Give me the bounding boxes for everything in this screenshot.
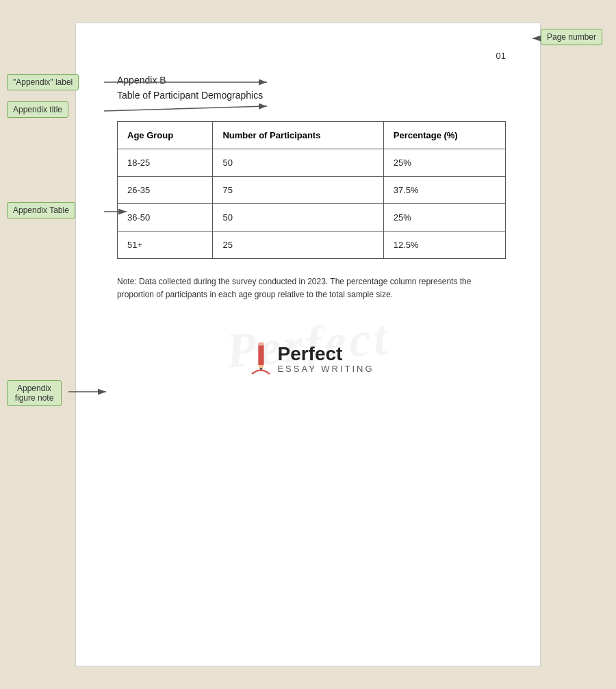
table-row: 26-357537.5% bbox=[118, 177, 506, 204]
table-row: 18-255025% bbox=[118, 149, 506, 177]
logo-icon bbox=[248, 342, 273, 375]
table-cell: 12.5% bbox=[383, 231, 505, 259]
table-cell: 18-25 bbox=[118, 149, 213, 177]
table-row: 36-505025% bbox=[118, 204, 506, 231]
col-age-group: Age Group bbox=[118, 122, 213, 149]
table-cell: 51+ bbox=[118, 231, 213, 259]
page-content: 01 Appendix B Table of Participant Demog… bbox=[117, 51, 506, 389]
table-cell: 50 bbox=[213, 149, 383, 177]
table-cell: 36-50 bbox=[118, 204, 213, 231]
demographics-table: Age Group Number of Participants Percent… bbox=[117, 121, 506, 259]
col-percentage: Percentage (%) bbox=[383, 122, 505, 149]
annotation-page-number: Page number bbox=[541, 29, 602, 45]
appendix-note: Note: Data collected during the survey c… bbox=[117, 275, 500, 301]
logo-main-text: Perfect bbox=[277, 344, 374, 364]
table-header-row: Age Group Number of Participants Percent… bbox=[118, 122, 506, 149]
table-cell: 25% bbox=[383, 149, 505, 177]
appendix-label: Appendix B bbox=[117, 75, 506, 86]
table-row: 51+2512.5% bbox=[118, 231, 506, 259]
logo-container: Perfect Essay Writing bbox=[248, 342, 374, 375]
table-cell: 25 bbox=[213, 231, 383, 259]
svg-rect-6 bbox=[259, 344, 264, 365]
annotation-appendix-label: "Appendix" label bbox=[7, 74, 79, 90]
page-number: 01 bbox=[496, 51, 506, 61]
table-cell: 75 bbox=[213, 177, 383, 204]
logo-sub-text: Essay Writing bbox=[277, 364, 374, 374]
svg-rect-9 bbox=[259, 342, 264, 346]
col-participants: Number of Participants bbox=[213, 122, 383, 149]
annotation-appendix-note: Appendix figure note bbox=[7, 380, 62, 406]
document-page: Perfect 01 Appendix B Table of Participa… bbox=[75, 23, 541, 666]
logo-area: Perfect Essay Writing bbox=[117, 342, 506, 389]
table-cell: 50 bbox=[213, 204, 383, 231]
logo-text-block: Perfect Essay Writing bbox=[277, 344, 374, 374]
page-number-area: 01 bbox=[117, 51, 506, 61]
annotation-appendix-table: Appendix Table bbox=[7, 202, 75, 218]
table-cell: 26-35 bbox=[118, 177, 213, 204]
table-cell: 37.5% bbox=[383, 177, 505, 204]
annotation-appendix-title: Appendix title bbox=[7, 101, 68, 118]
appendix-title: Table of Participant Demographics bbox=[117, 90, 506, 101]
table-cell: 25% bbox=[383, 204, 505, 231]
outer-wrapper: "Appendix" label Appendix title Appendix… bbox=[0, 0, 616, 689]
